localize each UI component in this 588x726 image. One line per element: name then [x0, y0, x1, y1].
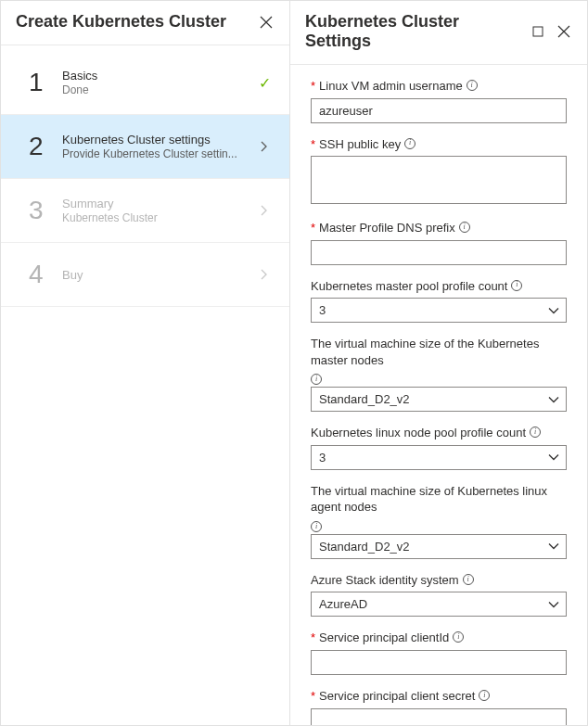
- app-root: Create Kubernetes Cluster 1 Basics Done …: [0, 0, 588, 726]
- field-label: Azure Stack identity system i: [311, 572, 567, 589]
- settings-header-icons: [530, 23, 572, 40]
- label-text: The virtual machine size of Kubernetes l…: [311, 483, 567, 516]
- field-node-count: Kubernetes linux node pool profile count…: [311, 425, 567, 470]
- step-title: Summary: [62, 197, 254, 210]
- info-icon[interactable]: i: [511, 280, 522, 291]
- field-label: * Service principal clientId i: [311, 630, 567, 646]
- step-status: ✓: [254, 74, 275, 92]
- wizard-panel: Create Kubernetes Cluster 1 Basics Done …: [1, 1, 290, 725]
- master-size-select[interactable]: Standard_D2_v2: [311, 387, 567, 412]
- wizard-header-icons: [258, 14, 275, 31]
- required-asterisk: *: [311, 220, 315, 236]
- info-icon[interactable]: i: [459, 222, 470, 233]
- close-icon[interactable]: [556, 23, 572, 40]
- field-master-count: Kubernetes master pool profile count i 3: [311, 278, 567, 324]
- select-wrap: Standard_D2_v2: [311, 387, 567, 412]
- field-identity-system: Azure Stack identity system i AzureAD: [311, 572, 567, 618]
- label-text: Service principal client secret: [319, 688, 475, 705]
- settings-header: Kubernetes Cluster Settings: [290, 1, 587, 65]
- step-title: Kubernetes Cluster settings: [62, 133, 254, 146]
- close-icon[interactable]: [258, 14, 275, 31]
- label-text: The virtual machine size of the Kubernet…: [311, 336, 567, 368]
- step-subtitle: Kubernetes Cluster: [62, 211, 254, 224]
- checkmark-icon: ✓: [259, 74, 271, 92]
- step-labels: Kubernetes Cluster settings Provide Kube…: [58, 133, 254, 160]
- field-label: * Service principal client secret i: [311, 688, 567, 705]
- step-labels: Buy: [58, 268, 254, 282]
- info-icon[interactable]: i: [530, 427, 541, 438]
- required-asterisk: *: [311, 78, 315, 95]
- chevron-right-icon: [254, 269, 275, 280]
- dns-prefix-input[interactable]: [311, 240, 567, 265]
- step-buy[interactable]: 4 Buy: [1, 243, 289, 307]
- info-icon[interactable]: i: [467, 80, 478, 91]
- info-icon[interactable]: i: [463, 574, 474, 585]
- step-subtitle: Provide Kubernetes Cluster settin...: [62, 147, 254, 160]
- step-number: 3: [29, 196, 58, 225]
- label-text: Kubernetes linux node pool profile count: [311, 425, 526, 441]
- step-labels: Basics Done: [58, 69, 254, 96]
- ssh-key-input[interactable]: [311, 156, 567, 204]
- sp-clientid-input[interactable]: [311, 650, 567, 675]
- info-icon[interactable]: i: [311, 521, 322, 532]
- required-asterisk: *: [311, 630, 315, 646]
- identity-select[interactable]: AzureAD: [311, 592, 567, 617]
- step-title: Buy: [62, 268, 254, 282]
- label-text: Service principal clientId: [319, 630, 449, 646]
- sp-secret-input[interactable]: [311, 708, 567, 725]
- step-basics[interactable]: 1 Basics Done ✓: [1, 51, 289, 115]
- settings-panel: Kubernetes Cluster Settings * Linux VM a…: [290, 1, 587, 725]
- field-label: The virtual machine size of the Kubernet…: [311, 336, 567, 383]
- field-label: Kubernetes master pool profile count i: [311, 278, 567, 295]
- field-master-size: The virtual machine size of the Kubernet…: [311, 336, 567, 412]
- info-icon[interactable]: i: [311, 374, 322, 385]
- step-subtitle: Done: [62, 83, 254, 96]
- label-text: SSH public key: [319, 136, 401, 153]
- label-text: Linux VM admin username: [319, 78, 463, 95]
- step-number: 2: [29, 132, 58, 161]
- label-text: Kubernetes master pool profile count: [311, 278, 507, 295]
- step-summary[interactable]: 3 Summary Kubernetes Cluster: [1, 179, 289, 243]
- field-label: Kubernetes linux node pool profile count…: [311, 425, 567, 441]
- step-labels: Summary Kubernetes Cluster: [58, 197, 254, 224]
- master-count-select[interactable]: 3: [311, 298, 567, 323]
- select-wrap: AzureAD: [311, 592, 567, 617]
- svg-rect-0: [533, 27, 543, 36]
- field-admin-username: * Linux VM admin username i: [311, 78, 567, 123]
- step-number: 1: [29, 68, 58, 97]
- step-cluster-settings[interactable]: 2 Kubernetes Cluster settings Provide Ku…: [1, 115, 289, 179]
- field-dns-prefix: * Master Profile DNS prefix i: [311, 220, 567, 265]
- node-size-select[interactable]: Standard_D2_v2: [311, 534, 567, 559]
- field-label: * Linux VM admin username i: [311, 78, 567, 95]
- field-label: * SSH public key i: [311, 136, 567, 153]
- admin-username-input[interactable]: [311, 98, 567, 123]
- wizard-title: Create Kubernetes Cluster: [16, 12, 226, 32]
- field-sp-secret: * Service principal client secret i: [311, 688, 567, 725]
- field-label: * Master Profile DNS prefix i: [311, 220, 567, 236]
- label-text: Master Profile DNS prefix: [319, 220, 455, 236]
- settings-form: * Linux VM admin username i * SSH public…: [290, 65, 587, 725]
- wizard-header: Create Kubernetes Cluster: [1, 1, 289, 45]
- chevron-right-icon: [254, 141, 275, 152]
- required-asterisk: *: [311, 688, 315, 705]
- step-number: 4: [29, 260, 58, 289]
- field-sp-clientid: * Service principal clientId i: [311, 630, 567, 675]
- select-wrap: Standard_D2_v2: [311, 534, 567, 559]
- step-title: Basics: [62, 69, 254, 83]
- settings-title: Kubernetes Cluster Settings: [305, 12, 530, 51]
- required-asterisk: *: [311, 136, 315, 153]
- field-ssh-key: * SSH public key i: [311, 136, 567, 208]
- maximize-icon[interactable]: [530, 23, 546, 40]
- info-icon[interactable]: i: [453, 631, 464, 643]
- select-wrap: 3: [311, 445, 567, 470]
- info-icon[interactable]: i: [404, 138, 415, 149]
- field-label: The virtual machine size of Kubernetes l…: [311, 483, 567, 530]
- info-icon[interactable]: i: [479, 690, 490, 701]
- chevron-right-icon: [254, 205, 275, 216]
- node-count-select[interactable]: 3: [311, 445, 567, 470]
- select-wrap: 3: [311, 298, 567, 323]
- label-text: Azure Stack identity system: [311, 572, 459, 589]
- wizard-steps: 1 Basics Done ✓ 2 Kubernetes Cluster set…: [1, 45, 289, 307]
- field-node-size: The virtual machine size of Kubernetes l…: [311, 483, 567, 559]
